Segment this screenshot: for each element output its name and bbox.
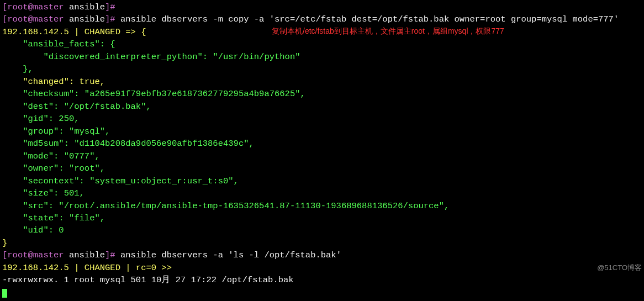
checksum-line: "checksum": "a265e91f79ebfb37e6187362779… bbox=[2, 88, 642, 100]
ls-output: -rwxrwxrwx. 1 root mysql 501 10月 27 17:2… bbox=[2, 274, 642, 286]
result2-header: 192.168.142.5 | CHANGED | rc=0 >> bbox=[2, 262, 642, 274]
interpreter-line: "discovered_interpreter_python": "/usr/b… bbox=[2, 51, 642, 63]
uid-line: "uid": 0 bbox=[2, 224, 642, 236]
owner-line: "owner": "root", bbox=[2, 162, 642, 175]
prompt-close: ]# bbox=[105, 250, 115, 260]
command-text: ansible dbservers -a 'ls -l /opt/fstab.b… bbox=[115, 250, 341, 260]
ls-output-text: -rwxrwxrwx. 1 root mysql 501 10月 27 17:2… bbox=[2, 275, 294, 285]
prompt-close: ]# bbox=[105, 14, 115, 24]
prompt-dir: ansible bbox=[69, 250, 105, 260]
changed-line: "changed": true, bbox=[2, 76, 642, 88]
cursor-block bbox=[2, 289, 7, 298]
command-line-1[interactable]: [root@master ansible]# ansible dbservers… bbox=[2, 13, 642, 25]
prompt-user: [root@master bbox=[2, 250, 64, 260]
dest-line: "dest": "/opt/fstab.bak", bbox=[2, 101, 642, 113]
cursor-line[interactable] bbox=[2, 287, 642, 299]
annotation-chinese: 复制本机/etc/fstab到目标主机，文件属主root，属组mysql，权限7… bbox=[272, 25, 504, 36]
prompt-close: ]# bbox=[105, 2, 115, 12]
prompt-dir: ansible bbox=[69, 2, 105, 12]
secontext-line: "secontext": "system_u:object_r:usr_t:s0… bbox=[2, 175, 642, 187]
ansible-facts-open: "ansible_facts": { bbox=[2, 38, 642, 50]
brace-close: } bbox=[2, 237, 642, 249]
previous-prompt-line: [root@master ansible]# bbox=[2, 1, 642, 13]
src-line: "src": "/root/.ansible/tmp/ansible-tmp-1… bbox=[2, 200, 642, 212]
gid-line: "gid": 250, bbox=[2, 113, 642, 125]
prompt-dir: ansible bbox=[69, 14, 105, 24]
prompt-user: [root@master bbox=[2, 14, 64, 24]
command-line-2[interactable]: [root@master ansible]# ansible dbservers… bbox=[2, 249, 642, 261]
state-line: "state": "file", bbox=[2, 212, 642, 224]
prompt-bracket: [root@master bbox=[2, 2, 64, 12]
group-line: "group": "mysql", bbox=[2, 125, 642, 138]
md5sum-line: "md5sum": "d1104b208da9d056e90afbf1386e4… bbox=[2, 138, 642, 150]
size-line: "size": 501, bbox=[2, 187, 642, 199]
command-text: ansible dbservers -m copy -a 'src=/etc/f… bbox=[115, 14, 619, 24]
mode-line: "mode": "0777", bbox=[2, 150, 642, 162]
watermark: @51CTO博客 bbox=[597, 263, 642, 273]
ansible-facts-close: }, bbox=[2, 63, 642, 75]
